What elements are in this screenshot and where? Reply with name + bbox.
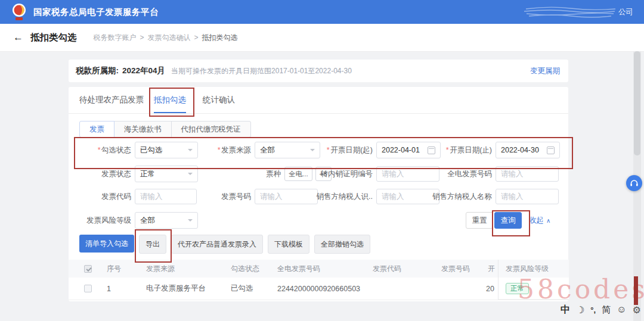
doc-type-group: 发票 海关缴款书 代扣代缴完税凭证 [79,121,251,138]
field-label: 发票号码 [221,192,251,201]
invoice-type-tag[interactable]: 全电... [284,167,312,181]
cell-number: 22442000000920660503 [277,278,360,300]
top-app-bar: 国家税务总局电子发票服务平台 公司 [0,0,644,24]
field-invoice-no: 发票号码 [205,188,318,205]
field-label: 勾选状态 [101,146,131,154]
select-all-checkbox[interactable] [84,265,92,273]
col-date-clipped: 开 [488,260,495,278]
chevron-up-icon: ∧ [546,217,550,224]
required-mark: * [445,146,448,154]
field-date-start: *开票日期(起) 2022-04-01 [319,142,441,158]
doc-type-invoice[interactable]: 发票 [79,121,114,138]
export-button[interactable]: 导出 [139,235,166,254]
taxation-logo-icon [11,3,27,21]
breadcrumb-item[interactable]: 发票勾选确认 [148,33,191,43]
field-label: 转内销证明编号 [321,170,373,178]
collapse-link[interactable]: 收起 ∧ [529,212,550,229]
download-template-button[interactable]: 下载模板 [268,235,309,254]
action-bar: 清单导入勾选 导出 代开农产品普通发票录入 下载模板 全部撤销勾选 [79,235,370,254]
field-full-digital-no: 全电发票号码 [439,166,559,182]
table-header: 序号 发票来源 勾选状态 全电发票号码 发票代码 发票号码 开 [69,260,568,278]
field-invoice-code: 发票代码 [79,188,197,205]
field-label: 全电发票号码 [447,170,492,178]
field-invoice-source: *发票来源 全部 [205,142,320,158]
active-tab-indicator [154,112,186,113]
import-check-button[interactable]: 清单导入勾选 [79,235,134,253]
full-digital-no-input[interactable] [496,166,559,182]
required-mark: * [217,146,220,154]
field-invoice-status: 发票状态 正常 [79,166,198,182]
col-no: 发票号码 [441,260,470,278]
risk-status-badge: 正常 [506,283,529,294]
field-seller-name: 销售方纳税人名称 [428,188,559,205]
invoice-code-input[interactable] [135,189,197,204]
field-label: 发票状态 [101,170,131,178]
field-label: 开票日期(止) [450,146,492,154]
field-label: 发票来源 [221,146,251,154]
seller-name-input[interactable] [496,189,559,204]
tax-period-hint: 当期可操作发票的开具日期范围2017-01-01至2022-04-30 [171,66,352,76]
tax-period-card: 税款所属期: 2022年04月 当期可操作发票的开具日期范围2017-01-01… [69,60,568,82]
date-start-picker[interactable]: 2022-04-01 [376,142,441,158]
cell-status: 已勾选 [231,278,253,300]
ime-toolbar: 中 ☽ °, 简 ☺ ⚙ [561,301,641,319]
moon-icon[interactable]: ☽ [576,304,584,316]
col-risk-level: 发票风险等级 [499,260,569,278]
back-arrow-icon[interactable]: ← [13,32,23,43]
doc-type-withholding[interactable]: 代扣代缴完税凭证 [171,121,251,138]
breadcrumb-item[interactable]: 税务数字账户 [94,33,137,43]
page-title: 抵扣类勾选 [30,32,77,44]
chevron-down-icon [188,173,193,177]
field-label: 发票代码 [101,192,131,201]
invoice-status-select[interactable]: 正常 [135,166,198,182]
tab-deduction-check[interactable]: 抵扣勾选 [154,87,186,113]
select-value: 全部 [260,145,275,155]
breadcrumb: 税务数字账户 > 发票勾选确认 > 抵扣类勾选 [94,33,238,43]
customer-service-button[interactable] [626,175,642,191]
invoice-source-select[interactable]: 全部 [255,142,320,158]
change-period-link[interactable]: 变更属期 [530,66,560,76]
field-check-status: *勾选状态 已勾选 [79,142,198,158]
field-label: 开票日期(起) [330,146,373,154]
breadcrumb-separator: > [194,33,199,42]
col-source: 发票来源 [146,260,175,278]
field-transfer-no: 转内销证明编号 [319,166,439,182]
revoke-all-button[interactable]: 全部撤销勾选 [314,235,370,254]
check-status-select[interactable]: 已勾选 [135,142,198,158]
tab-pending-agri-invoices[interactable]: 待处理农产品发票 [79,87,144,113]
row-checkbox[interactable] [84,285,92,292]
select-value: 已勾选 [140,145,163,155]
cell-source: 电子发票服务平台 [146,278,206,300]
cell-seq: 1 [107,278,111,300]
breadcrumb-separator: > [140,33,144,42]
col-number: 全电发票号码 [277,260,320,278]
tab-bar: 待处理农产品发票 抵扣勾选 统计确认 [69,87,568,114]
scrollbar-thumb[interactable] [634,51,640,155]
smiley-icon[interactable]: ☺ [617,304,626,315]
transfer-no-input[interactable] [376,166,439,182]
reset-button[interactable]: 重置 [466,212,493,229]
date-value: 2022-04-30 [501,146,539,154]
main-card: 待处理农产品发票 抵扣勾选 统计确认 发票 海关缴款书 代扣代缴完税凭证 *勾选… [69,87,568,301]
table-row[interactable]: 1 电子发票服务平台 已勾选 22442000000920660503 20 [69,278,568,300]
field-risk-level: 发票风险等级 全部 [79,212,198,229]
redacted-scribble [523,5,618,18]
field-label: 销售方纳税人名称 [432,192,492,201]
cell-date-clipped: 20 [486,278,494,300]
tax-period-label: 税款所属期: [76,66,119,76]
tab-statistics-confirm[interactable]: 统计确认 [203,87,235,113]
date-end-picker[interactable]: 2022-04-30 [496,142,560,158]
date-value: 2022-04-01 [382,146,420,154]
ime-charset-toggle[interactable]: 简 [602,304,611,316]
doc-type-customs[interactable]: 海关缴款书 [114,121,172,138]
tax-period-value: 2022年04月 [122,66,165,76]
app-title: 国家税务总局电子发票服务平台 [33,7,159,18]
chevron-down-icon [188,149,193,154]
query-button[interactable]: 查询 [494,212,522,229]
ime-language-toggle[interactable]: 中 [561,304,570,316]
ime-punctuation-toggle[interactable]: °, [590,306,596,314]
gear-icon[interactable]: ⚙ [633,304,641,316]
fixed-risk-column: 发票风险等级 正常 [498,260,569,300]
agri-invoice-entry-button[interactable]: 代开农产品普通发票录入 [171,235,263,254]
risk-level-select[interactable]: 全部 [135,212,198,229]
